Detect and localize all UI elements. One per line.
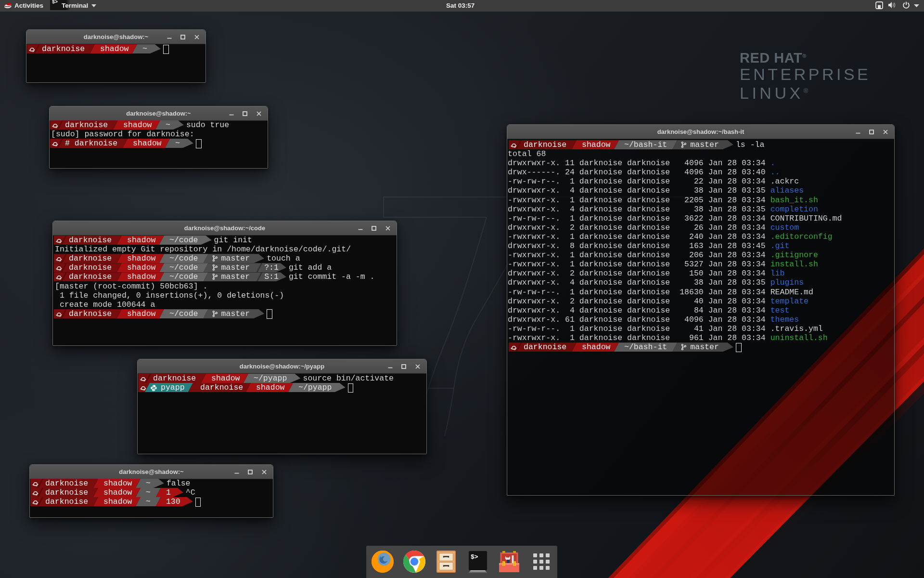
- svg-text:$>: $>: [471, 553, 478, 561]
